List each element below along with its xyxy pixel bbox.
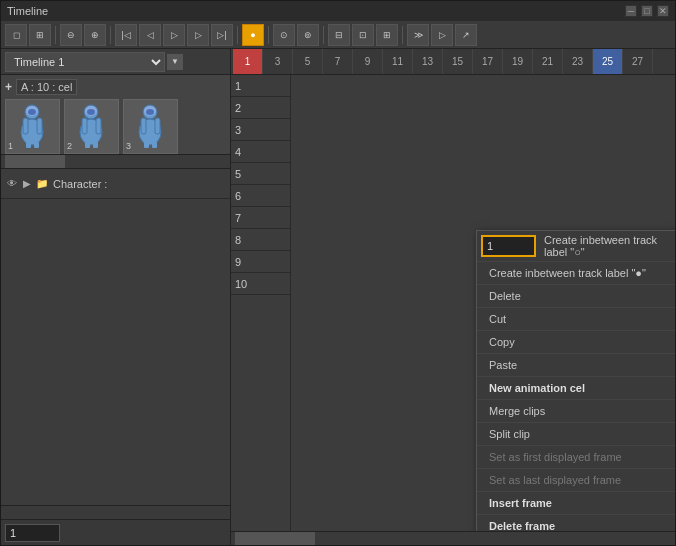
cel-num-2: 2 bbox=[67, 141, 72, 151]
prev-frame-button[interactable]: ◁ bbox=[139, 24, 161, 46]
title-bar: Timeline ─ □ ✕ bbox=[1, 1, 675, 21]
prev-frame-icon: ◁ bbox=[147, 30, 154, 40]
left-panel-scrollbar[interactable] bbox=[1, 505, 230, 519]
cel-strip: 1 2 bbox=[5, 99, 226, 154]
next-frame-icon: ▷ bbox=[195, 30, 202, 40]
close-button[interactable]: ✕ bbox=[657, 5, 669, 17]
create-inbetween-filled-item[interactable]: Create inbetween track label "●" bbox=[477, 262, 675, 285]
new-icon: ◻ bbox=[13, 30, 20, 40]
frame-3: 3 bbox=[263, 49, 293, 74]
merge-clips-item[interactable]: Merge clips bbox=[477, 400, 675, 423]
frame-27: 27 bbox=[623, 49, 653, 74]
svg-point-13 bbox=[87, 109, 95, 115]
onion-skin2-button[interactable]: ⊚ bbox=[297, 24, 319, 46]
sep-2 bbox=[110, 26, 111, 44]
grid-button[interactable]: ⊞ bbox=[29, 24, 51, 46]
svg-rect-19 bbox=[155, 118, 160, 134]
timeline-selector-row: Timeline 1 ▼ bbox=[1, 49, 230, 75]
timeline-select[interactable]: Timeline 1 bbox=[5, 52, 165, 72]
split-clip-item[interactable]: Split clip bbox=[477, 423, 675, 446]
svg-rect-3 bbox=[37, 118, 42, 134]
more-icon: ≫ bbox=[414, 30, 423, 40]
col-9: 9 bbox=[231, 251, 290, 273]
sep-4 bbox=[268, 26, 269, 44]
prev-keyframe-button[interactable]: |◁ bbox=[115, 24, 137, 46]
context-menu-create-open-label: Create inbetween track label "○" bbox=[536, 234, 671, 258]
set-first-frame-item: Set as first displayed frame bbox=[477, 446, 675, 469]
copy-item[interactable]: Copy bbox=[477, 331, 675, 354]
export-button[interactable]: ↗ bbox=[455, 24, 477, 46]
frame-19: 19 bbox=[503, 49, 533, 74]
frame-grid-icon: ⊟ bbox=[335, 30, 343, 40]
svg-rect-22 bbox=[144, 142, 149, 148]
frame-9: 9 bbox=[353, 49, 383, 74]
frame-23: 23 bbox=[563, 49, 593, 74]
frame-number-input[interactable] bbox=[5, 524, 60, 542]
record-button[interactable]: ● bbox=[242, 24, 264, 46]
right-panel-scrollbar[interactable] bbox=[231, 531, 675, 545]
zoom-in-button[interactable]: ⊕ bbox=[84, 24, 106, 46]
zoom-in-icon: ⊕ bbox=[91, 30, 99, 40]
frame-21: 21 bbox=[533, 49, 563, 74]
delete-frame-item[interactable]: Delete frame bbox=[477, 515, 675, 531]
title-bar-controls: ─ □ ✕ bbox=[625, 5, 669, 17]
prev-keyframe-icon: |◁ bbox=[121, 30, 130, 40]
cel-thumb-3[interactable]: 3 bbox=[123, 99, 178, 154]
more-button[interactable]: ≫ bbox=[407, 24, 429, 46]
frame-17: 17 bbox=[473, 49, 503, 74]
context-menu: Create inbetween track label "○" Create … bbox=[476, 230, 675, 531]
frame-7: 7 bbox=[323, 49, 353, 74]
frame-5: 5 bbox=[293, 49, 323, 74]
frame-1: 1 bbox=[233, 49, 263, 74]
camera3-button[interactable]: ⊞ bbox=[376, 24, 398, 46]
col-10: 10 bbox=[231, 273, 290, 295]
settings-icon: ▷ bbox=[439, 30, 446, 40]
export-icon: ↗ bbox=[462, 30, 470, 40]
minimize-button[interactable]: ─ bbox=[625, 5, 637, 17]
frame-grid-button[interactable]: ⊟ bbox=[328, 24, 350, 46]
next-frame-button[interactable]: ▷ bbox=[187, 24, 209, 46]
onion-skin-button[interactable]: ⊙ bbox=[273, 24, 295, 46]
delete-item[interactable]: Delete bbox=[477, 285, 675, 308]
cel-num-1: 1 bbox=[8, 141, 13, 151]
camera3-icon: ⊞ bbox=[383, 30, 391, 40]
cel-thumb-2[interactable]: 2 bbox=[64, 99, 119, 154]
folder-icon: 📁 bbox=[35, 177, 49, 191]
play-button[interactable]: ▷ bbox=[163, 24, 185, 46]
main-content: Timeline 1 ▼ + A : 10 : cel bbox=[1, 49, 675, 545]
record-icon: ● bbox=[250, 30, 255, 40]
sep-3 bbox=[237, 26, 238, 44]
frame-15: 15 bbox=[443, 49, 473, 74]
svg-rect-2 bbox=[23, 118, 28, 134]
paste-item[interactable]: Paste bbox=[477, 354, 675, 377]
main-toolbar: ◻ ⊞ ⊖ ⊕ |◁ ◁ ▷ ▷ ▷| ● ⊙ ⊚ ⊟ ⊡ ⊞ ≫ ▷ ↗ bbox=[1, 21, 675, 49]
timeline-window: Timeline ─ □ ✕ ◻ ⊞ ⊖ ⊕ |◁ ◁ ▷ ▷ ▷| ● ⊙ ⊚… bbox=[0, 0, 676, 546]
svg-rect-10 bbox=[82, 118, 87, 134]
maximize-button[interactable]: □ bbox=[641, 5, 653, 17]
context-menu-frame-input[interactable] bbox=[481, 235, 536, 257]
layer-name: Character : bbox=[53, 178, 107, 190]
settings-button[interactable]: ▷ bbox=[431, 24, 453, 46]
new-animation-cel-item[interactable]: New animation cel bbox=[477, 377, 675, 400]
frame-input-row bbox=[1, 519, 230, 545]
svg-rect-6 bbox=[26, 142, 31, 148]
camera2-button[interactable]: ⊡ bbox=[352, 24, 374, 46]
expand-icon[interactable]: ▶ bbox=[23, 178, 31, 189]
zoom-out-button[interactable]: ⊖ bbox=[60, 24, 82, 46]
window-title: Timeline bbox=[7, 5, 48, 17]
new-button[interactable]: ◻ bbox=[5, 24, 27, 46]
timeline-arrow-button[interactable]: ▼ bbox=[167, 54, 183, 70]
col-1: 1 bbox=[231, 75, 290, 97]
cel-thumb-1[interactable]: 1 bbox=[5, 99, 60, 154]
insert-frame-item[interactable]: Insert frame bbox=[477, 492, 675, 515]
next-keyframe-button[interactable]: ▷| bbox=[211, 24, 233, 46]
frame-11: 11 bbox=[383, 49, 413, 74]
svg-rect-15 bbox=[93, 142, 98, 148]
zoom-out-icon: ⊖ bbox=[67, 30, 75, 40]
cut-item[interactable]: Cut bbox=[477, 308, 675, 331]
cel-num-3: 3 bbox=[126, 141, 131, 151]
svg-rect-23 bbox=[152, 142, 157, 148]
timeline-content: 1 2 3 4 5 6 7 8 9 10 Create inbetwe bbox=[231, 75, 675, 531]
visibility-icon[interactable]: 👁 bbox=[5, 177, 19, 191]
cel-horizontal-scrollbar[interactable] bbox=[1, 155, 230, 169]
